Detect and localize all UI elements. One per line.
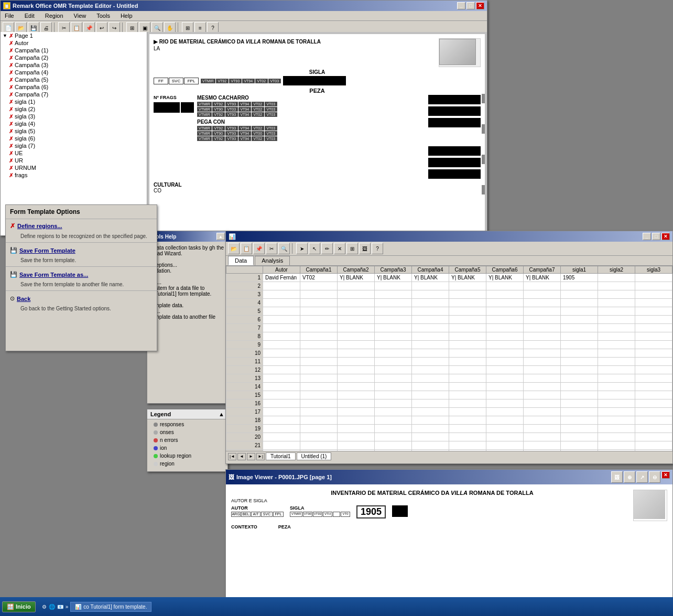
cell-autor[interactable] [263, 282, 300, 290]
cell-campana3[interactable] [375, 441, 412, 450]
cell-campana1[interactable] [300, 332, 338, 341]
cell-campana5[interactable] [449, 307, 486, 316]
data-img-btn[interactable]: 🖼 [359, 243, 371, 254]
cell-campana6[interactable] [486, 290, 524, 299]
cell-campana2[interactable] [338, 374, 375, 383]
image-icon2-btn[interactable]: ⊕ [624, 471, 635, 483]
tree-sigla4[interactable]: ✗ sigla (4) [1, 120, 147, 127]
cell-sigla1[interactable] [561, 425, 598, 433]
cell-sigla2[interactable] [598, 425, 635, 433]
cell-sigla3[interactable] [635, 374, 672, 383]
cell-campana4[interactable] [412, 307, 449, 316]
cell-campana2[interactable] [338, 290, 375, 299]
data-titlebar-buttons[interactable]: _ □ ✕ [643, 233, 670, 240]
cell-campana2[interactable] [338, 332, 375, 341]
cell-sigla2[interactable] [598, 316, 635, 324]
cell-campana2[interactable] [338, 324, 375, 332]
back-item[interactable]: ⊙ Back [6, 292, 157, 305]
taskbar-icon3[interactable]: 📧 [57, 604, 63, 610]
cell-campana7[interactable] [524, 349, 561, 358]
image-close-btn[interactable]: ✕ [661, 471, 670, 479]
cell-sigla3[interactable] [635, 349, 672, 358]
cell-campana4[interactable] [412, 425, 449, 433]
cell-campana3[interactable] [375, 282, 412, 290]
taskbar-item-tutorial[interactable]: 📊 co Tutorial1] form template. [70, 602, 151, 612]
cell-sigla1[interactable] [561, 299, 598, 307]
cell-campana5[interactable]: Y| BLANK [449, 274, 486, 282]
cell-campana4[interactable] [412, 374, 449, 383]
cell-campana7[interactable] [524, 358, 561, 366]
cell-campana6[interactable] [486, 282, 524, 290]
nav-prev-btn[interactable]: ◄ [237, 453, 246, 460]
cell-sigla2[interactable] [598, 307, 635, 316]
data-paste-btn[interactable]: 📌 [253, 243, 265, 254]
cell-autor[interactable] [263, 341, 300, 349]
cell-sigla1[interactable] [561, 341, 598, 349]
cell-campana5[interactable] [449, 341, 486, 349]
cell-sigla3[interactable] [635, 324, 672, 332]
menu-region[interactable]: Region [43, 12, 66, 19]
tree-campana7[interactable]: ✗ Campaña (7) [1, 91, 147, 98]
cell-sigla3[interactable] [635, 383, 672, 391]
cell-campana3[interactable] [375, 290, 412, 299]
cell-campana1[interactable] [300, 391, 338, 399]
cell-campana2[interactable] [338, 358, 375, 366]
tree-ue[interactable]: ✗ UE [1, 149, 147, 157]
menu-help[interactable]: Help [118, 12, 135, 19]
cell-campana1[interactable] [300, 366, 338, 374]
cell-campana6[interactable] [486, 349, 524, 358]
image-icon3-btn[interactable]: ↗ [636, 471, 648, 483]
cell-campana7[interactable] [524, 374, 561, 383]
cell-sigla3[interactable] [635, 290, 672, 299]
cell-campana4[interactable] [412, 433, 449, 441]
cell-sigla3[interactable] [635, 391, 672, 399]
cell-sigla3[interactable] [635, 341, 672, 349]
tree-campana1[interactable]: ✗ Campaña (1) [1, 47, 147, 54]
back-link[interactable]: Back [17, 296, 30, 302]
cell-autor[interactable] [263, 383, 300, 391]
cell-campana1[interactable] [300, 383, 338, 391]
cell-campana5[interactable] [449, 425, 486, 433]
cell-autor[interactable] [263, 324, 300, 332]
cell-autor[interactable] [263, 290, 300, 299]
cell-campana4[interactable] [412, 282, 449, 290]
cell-autor[interactable]: David Fernán [263, 274, 300, 282]
tree-campana6[interactable]: ✗ Campaña (6) [1, 83, 147, 91]
cell-campana3[interactable] [375, 399, 412, 408]
cell-campana2[interactable] [338, 391, 375, 399]
cell-sigla2[interactable] [598, 358, 635, 366]
cell-sigla2[interactable] [598, 408, 635, 416]
cell-campana5[interactable] [449, 349, 486, 358]
cell-campana1[interactable] [300, 441, 338, 450]
cell-campana2[interactable] [338, 416, 375, 425]
cell-campana3[interactable] [375, 366, 412, 374]
cell-campana5[interactable] [449, 282, 486, 290]
collapse-icon[interactable]: ▼ [3, 33, 7, 38]
cell-campana3[interactable] [375, 425, 412, 433]
data-delete-btn[interactable]: ✕ [334, 243, 345, 254]
cell-campana6[interactable] [486, 391, 524, 399]
taskbar-icon4[interactable]: » [66, 604, 69, 610]
cell-campana4[interactable] [412, 399, 449, 408]
cell-campana7[interactable] [524, 307, 561, 316]
cell-campana1[interactable] [300, 349, 338, 358]
cell-campana6[interactable] [486, 441, 524, 450]
cell-sigla3[interactable] [635, 433, 672, 441]
cell-campana1[interactable] [300, 290, 338, 299]
tools-collapse-btn[interactable]: ▲ [216, 233, 225, 240]
define-regions-item[interactable]: ✗ Define regions... [6, 219, 157, 233]
tree-campana3[interactable]: ✗ Campaña (3) [1, 61, 147, 69]
cell-sigla2[interactable] [598, 290, 635, 299]
cell-sigla3[interactable] [635, 282, 672, 290]
cell-campana4[interactable] [412, 316, 449, 324]
cell-campana5[interactable] [449, 399, 486, 408]
nav-last-btn[interactable]: ►| [256, 453, 265, 460]
cell-sigla2[interactable] [598, 433, 635, 441]
cell-campana7[interactable] [524, 433, 561, 441]
cell-campana1[interactable] [300, 341, 338, 349]
cell-autor[interactable] [263, 349, 300, 358]
cell-sigla3[interactable] [635, 307, 672, 316]
cell-campana3[interactable] [375, 349, 412, 358]
cell-campana5[interactable] [449, 316, 486, 324]
cell-sigla2[interactable] [598, 332, 635, 341]
